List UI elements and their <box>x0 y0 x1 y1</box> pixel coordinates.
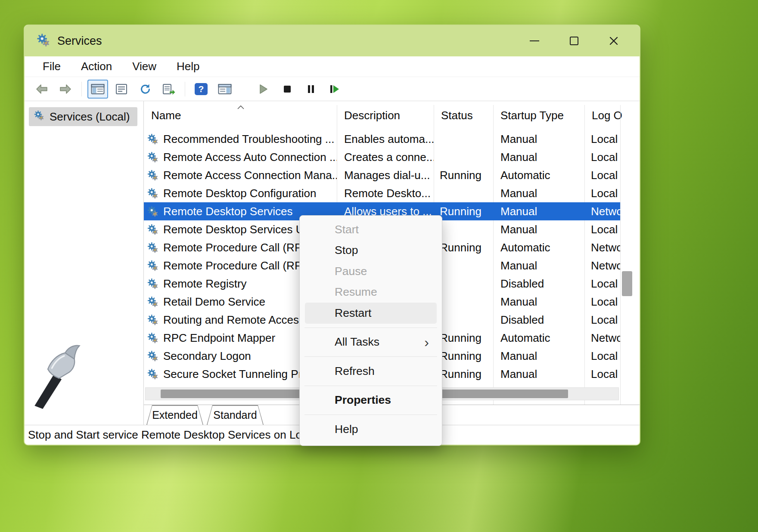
menu-file[interactable]: File <box>43 60 61 73</box>
title-bar[interactable]: Services <box>25 25 640 56</box>
menu-help[interactable]: Help <box>177 60 199 73</box>
tab-standard-label: Standard <box>213 409 257 421</box>
service-status: Running <box>434 169 493 182</box>
service-startup-type: Manual <box>493 295 584 309</box>
service-name: Remote Desktop Services <box>163 205 293 218</box>
start-service-button <box>253 80 274 99</box>
service-gear-icon <box>146 133 159 145</box>
close-button[interactable] <box>603 31 625 51</box>
service-gear-icon <box>146 314 159 326</box>
vertical-scrollbar[interactable] <box>622 271 632 296</box>
pause-icon <box>307 84 315 94</box>
service-row-recommended-troubleshooting[interactable]: Recommended Troubleshooting ... Enables … <box>144 130 620 148</box>
menu-separator <box>304 328 437 328</box>
properties-icon <box>115 84 127 95</box>
menu-bar: File Action View Help <box>25 56 640 77</box>
service-log-on-as: Local S <box>584 169 620 182</box>
service-name: Remote Desktop Services U <box>163 223 304 236</box>
context-menu-item-properties[interactable]: Properties <box>300 390 442 411</box>
service-gear-icon <box>146 205 159 217</box>
service-log-on-as: Local S <box>584 313 620 327</box>
window-title: Services <box>57 34 102 48</box>
context-menu-item-help[interactable]: Help <box>300 419 442 440</box>
service-row-remote-access-connection-mana[interactable]: Remote Access Connection Mana... Manages… <box>144 166 620 184</box>
service-log-on-as: Local S <box>584 368 620 381</box>
sort-ascending-icon <box>237 103 245 111</box>
context-menu-item-restart[interactable]: Restart <box>305 303 437 324</box>
service-log-on-as: Netwo <box>584 205 620 218</box>
menu-separator <box>304 356 437 357</box>
service-log-on-as: Local S <box>584 223 620 236</box>
minimize-icon <box>530 40 539 42</box>
context-menu-item-refresh[interactable]: Refresh <box>300 361 442 382</box>
service-status: Running <box>434 331 493 345</box>
column-header-log-on-as[interactable]: Log O <box>584 109 640 122</box>
service-log-on-as: Netwo <box>584 241 620 254</box>
services-app-icon <box>36 33 51 49</box>
menu-view[interactable]: View <box>132 60 156 73</box>
service-row-remote-desktop-configuration[interactable]: Remote Desktop Configuration Remote Desk… <box>144 184 620 202</box>
column-header-status[interactable]: Status <box>434 109 493 122</box>
refresh-button[interactable] <box>135 80 155 99</box>
maximize-button[interactable] <box>563 31 585 51</box>
service-log-on-as: Local S <box>584 187 620 200</box>
forward-arrow-icon <box>59 84 72 95</box>
service-startup-type: Automatic <box>493 241 584 254</box>
column-header-startup-type[interactable]: Startup Type <box>493 109 584 122</box>
show-action-pane-button[interactable] <box>214 80 235 99</box>
service-gear-icon <box>146 350 159 362</box>
back-arrow-icon <box>35 84 48 95</box>
tab-extended[interactable]: Extended <box>146 405 203 425</box>
tab-standard[interactable]: Standard <box>207 405 264 425</box>
menu-item-label: Start <box>335 223 359 236</box>
service-name: Remote Access Auto Connection ... <box>163 151 337 164</box>
export-list-button[interactable] <box>158 80 179 99</box>
service-gear-icon <box>146 241 159 254</box>
back-button[interactable] <box>31 80 52 99</box>
service-gear-icon <box>146 187 159 199</box>
service-description: Enables automa... <box>337 133 434 146</box>
menu-item-label: All Tasks <box>335 335 379 349</box>
context-menu: Start Stop Pause Resume Restart All Task… <box>299 215 442 446</box>
service-name: Remote Desktop Configuration <box>163 187 317 200</box>
service-gear-icon <box>146 278 159 290</box>
service-startup-type: Manual <box>493 187 584 200</box>
menu-action[interactable]: Action <box>81 60 112 73</box>
minimize-button[interactable] <box>523 31 546 51</box>
console-tree-icon <box>91 84 105 95</box>
service-row-remote-access-auto-connection[interactable]: Remote Access Auto Connection ... Create… <box>144 148 620 166</box>
stop-service-button[interactable] <box>277 80 298 99</box>
restart-service-button[interactable] <box>324 80 345 99</box>
console-tree-pane: Services (Local) <box>25 101 144 425</box>
properties-button[interactable] <box>111 80 132 99</box>
service-name: Secure Socket Tunneling Pro <box>163 368 308 381</box>
maximize-icon <box>570 37 578 45</box>
service-log-on-as: Netwo <box>584 331 620 345</box>
pause-service-button[interactable] <box>301 80 321 99</box>
menu-separator <box>304 414 437 415</box>
service-gear-icon <box>146 169 159 181</box>
context-menu-item-resume: Resume <box>300 282 442 303</box>
service-name: Retail Demo Service <box>163 295 265 309</box>
help-button[interactable]: ? <box>191 80 211 99</box>
service-description: Remote Deskto... <box>337 187 434 200</box>
context-menu-item-all-tasks[interactable]: All Tasks › <box>300 332 442 353</box>
service-status: Running <box>434 350 493 363</box>
service-name: Secondary Logon <box>163 350 251 363</box>
forward-button[interactable] <box>55 80 76 99</box>
service-startup-type: Disabled <box>493 313 584 327</box>
service-name: Remote Access Connection Mana... <box>163 169 337 182</box>
service-name: Remote Procedure Call (RPC <box>163 241 310 254</box>
service-log-on-as: Netwo <box>584 259 620 272</box>
tree-item-services-local[interactable]: Services (Local) <box>29 107 137 126</box>
service-gear-icon <box>146 368 159 380</box>
context-menu-item-stop[interactable]: Stop <box>300 240 442 261</box>
column-header-description[interactable]: Description <box>337 109 434 122</box>
services-node-icon <box>33 110 45 124</box>
show-console-tree-button[interactable] <box>87 80 108 99</box>
status-text: Stop and Start service Remote Desktop Se… <box>28 428 314 442</box>
service-status: Running <box>434 205 493 218</box>
service-startup-type: Automatic <box>493 331 584 345</box>
export-list-icon <box>162 84 175 95</box>
play-icon <box>259 84 268 94</box>
